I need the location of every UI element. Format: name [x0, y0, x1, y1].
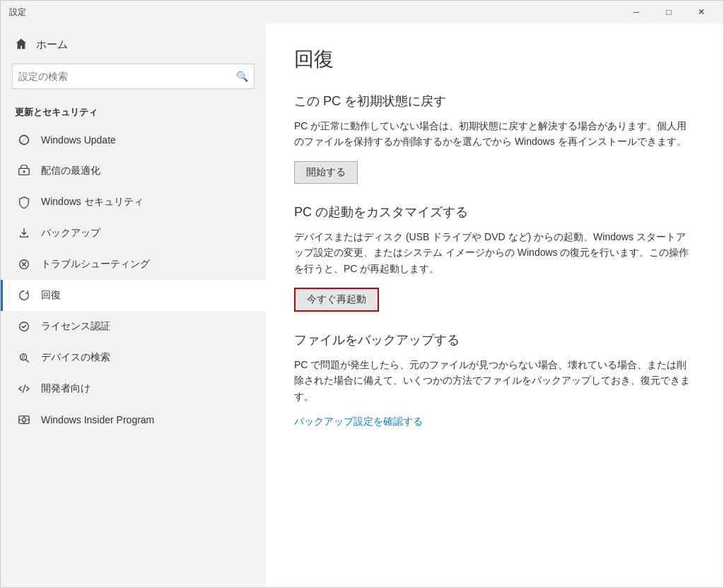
svg-line-8 — [26, 360, 29, 363]
window-title: 設定 — [9, 6, 26, 18]
main-content: ホーム 🔍 更新とセキュリティ Windows Update — [1, 23, 723, 587]
sidebar-item-developer[interactable]: 開発者向け — [1, 373, 266, 404]
svg-point-12 — [22, 418, 25, 421]
recovery-icon — [17, 288, 31, 302]
search-icon: 🔍 — [236, 71, 248, 82]
main-panel: 回復 この PC を初期状態に戻す PC が正常に動作していない場合は、初期状態… — [266, 23, 723, 587]
sidebar-item-label: トラブルシューティング — [41, 258, 150, 271]
find-device-icon — [17, 351, 31, 365]
svg-line-10 — [23, 385, 25, 393]
search-input[interactable] — [18, 71, 236, 82]
search-box[interactable]: 🔍 — [12, 64, 255, 89]
sidebar-item-label: 配信の最適化 — [41, 165, 100, 177]
backup-icon — [17, 226, 31, 240]
troubleshoot-icon — [17, 257, 31, 271]
sidebar-item-windows-security[interactable]: Windows セキュリティ — [1, 187, 266, 218]
sidebar-item-windows-update[interactable]: Windows Update — [1, 124, 266, 155]
close-button[interactable]: ✕ — [685, 1, 718, 23]
settings-window: 設定 ─ □ ✕ ホーム 🔍 更新とセ — [0, 0, 724, 588]
developer-icon — [17, 382, 31, 396]
sidebar-item-label: デバイスの検索 — [41, 351, 110, 364]
sidebar-item-delivery-optimization[interactable]: 配信の最適化 — [1, 155, 266, 187]
home-label: ホーム — [36, 38, 68, 52]
section1-title: この PC を初期状態に戻す — [294, 93, 695, 110]
section2-description: デバイスまたはディスク (USB ドライブや DVD など) からの起動、Win… — [294, 229, 695, 276]
shield-icon — [17, 195, 31, 209]
section3-title: ファイルをバックアップする — [294, 331, 695, 348]
sidebar: ホーム 🔍 更新とセキュリティ Windows Update — [1, 23, 266, 587]
title-bar: 設定 ─ □ ✕ — [1, 1, 723, 23]
sidebar-item-insider-program[interactable]: Windows Insider Program — [1, 404, 266, 435]
home-icon — [15, 37, 28, 52]
sidebar-item-label: バックアップ — [41, 227, 100, 240]
sidebar-item-home[interactable]: ホーム — [1, 23, 266, 61]
minimize-button[interactable]: ─ — [620, 1, 653, 23]
backup-settings-link[interactable]: バックアップ設定を確認する — [294, 416, 423, 427]
section3-description: PC で問題が発生したら、元のファイルが見つからない場合、壊れている場合、または… — [294, 357, 695, 404]
sidebar-item-backup[interactable]: バックアップ — [1, 218, 266, 249]
update-icon — [17, 133, 31, 147]
reset-pc-button[interactable]: 開始する — [294, 161, 358, 184]
delivery-icon — [17, 164, 31, 178]
sidebar-item-label: 開発者向け — [41, 382, 90, 395]
sidebar-item-recovery[interactable]: 回復 — [1, 280, 266, 311]
sidebar-item-troubleshoot[interactable]: トラブルシューティング — [1, 249, 266, 280]
sidebar-item-label: Windows セキュリティ — [41, 196, 144, 208]
maximize-button[interactable]: □ — [653, 1, 685, 23]
activation-icon — [17, 319, 31, 334]
page-title: 回復 — [294, 46, 695, 73]
section2-title: PC の起動をカスタマイズする — [294, 204, 695, 220]
sidebar-item-label: ライセンス認証 — [41, 320, 110, 333]
sidebar-section-title: 更新とセキュリティ — [1, 98, 266, 124]
sidebar-item-label: Windows Update — [41, 134, 116, 146]
sidebar-item-label: Windows Insider Program — [41, 414, 154, 425]
window-controls: ─ □ ✕ — [620, 1, 718, 23]
restart-now-button[interactable]: 今すぐ再起動 — [294, 288, 379, 312]
section1-description: PC が正常に動作していない場合は、初期状態に戻すと解決する場合があります。個人… — [294, 118, 695, 150]
insider-icon — [17, 413, 31, 427]
sidebar-item-label: 回復 — [41, 289, 61, 302]
sidebar-item-find-device[interactable]: デバイスの検索 — [1, 342, 266, 373]
svg-point-9 — [22, 355, 25, 358]
sidebar-item-activation[interactable]: ライセンス認証 — [1, 311, 266, 342]
